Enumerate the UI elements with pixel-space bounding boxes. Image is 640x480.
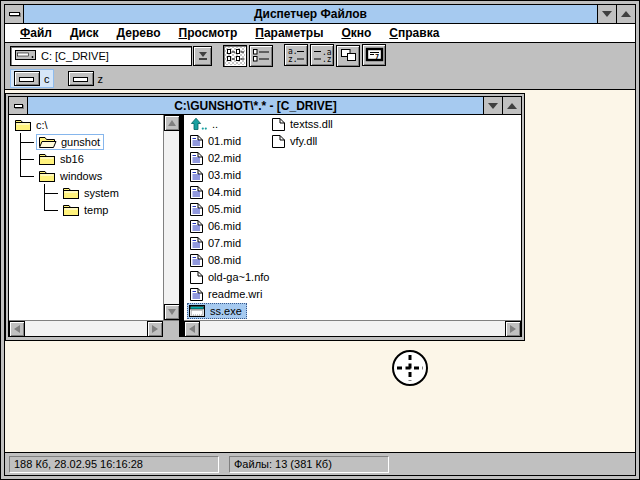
doc-lines-icon	[189, 287, 204, 302]
arrow-up-icon	[168, 120, 176, 126]
minimize-icon	[488, 103, 498, 109]
tree-vertical-scrollbar[interactable]	[163, 115, 179, 320]
file-item-04.mid[interactable]: 04.mid	[187, 184, 246, 200]
toolbar-button-sort-by-type[interactable]: .a.z	[310, 44, 334, 66]
menu-item-файл[interactable]: Файл	[11, 26, 61, 40]
files-horizontal-scrollbar[interactable]	[184, 320, 521, 336]
doc-lines-icon	[189, 185, 204, 200]
scroll-up-button[interactable]	[164, 115, 180, 131]
drive-selector-dropdown-button[interactable]	[193, 46, 212, 66]
maximize-icon	[507, 103, 517, 109]
maximize-button[interactable]	[616, 5, 635, 23]
tree-item-system[interactable]: system	[60, 185, 123, 201]
app-icon	[189, 304, 206, 318]
arrow-down-icon	[168, 309, 176, 315]
directory-system-menu-button[interactable]	[9, 97, 28, 114]
scroll-left-button[interactable]	[184, 321, 200, 337]
menu-item-справка[interactable]: Справка	[380, 26, 448, 40]
minimize-icon	[602, 11, 612, 17]
arrow-right-icon	[510, 325, 516, 333]
toolbar-button-view-details[interactable]	[249, 45, 273, 67]
drive-selector[interactable]: C: [C_DRIVE]	[10, 46, 192, 66]
tree-item-label: temp	[84, 204, 108, 216]
file-item-label: 05.mid	[208, 203, 241, 215]
scrollbar-corner	[163, 321, 179, 337]
directory-minimize-button[interactable]	[483, 97, 502, 114]
file-list-pane: ..01.mid02.mid03.mid04.mid05.mid06.mid07…	[184, 115, 521, 336]
scrollbar-track[interactable]	[164, 131, 179, 304]
file-item-07.mid[interactable]: 07.mid	[187, 235, 246, 251]
dropdown-underline	[199, 58, 207, 60]
directory-tree: c:\gunshotsb16windowssystemtemp	[9, 115, 163, 320]
chevron-down-icon	[199, 52, 207, 57]
tree-item-gunshot[interactable]: gunshot	[36, 134, 104, 150]
file-item-oldga1.nfo[interactable]: old-ga~1.nfo	[187, 269, 274, 285]
arrow-left-icon	[14, 325, 20, 333]
file-item-vfy.dll[interactable]: vfy.dll	[269, 133, 322, 149]
file-item-06.mid[interactable]: 06.mid	[187, 218, 246, 234]
doc-lines-icon	[189, 134, 204, 149]
folder-closed-icon	[62, 203, 80, 217]
drive-selector-value: C: [C_DRIVE]	[41, 50, 109, 62]
scrollbar-track[interactable]	[25, 321, 147, 336]
file-item-01.mid[interactable]: 01.mid	[187, 133, 246, 149]
file-item-label: ss.exe	[210, 305, 242, 317]
toolbar-button-copy[interactable]	[336, 45, 360, 67]
doc-lines-icon	[189, 219, 204, 234]
toolbar-button-sort-by-name[interactable]: a.z.	[284, 44, 308, 66]
toolbar-button-view-names[interactable]	[223, 45, 247, 67]
minimize-button[interactable]	[597, 5, 616, 23]
directory-maximize-button[interactable]	[502, 97, 521, 114]
menu-item-просмотр[interactable]: Просмотр	[170, 26, 247, 40]
system-menu-button[interactable]	[5, 5, 24, 23]
tree-item-label: gunshot	[61, 136, 100, 148]
window-frame: Диспетчер Файлов ФайлДискДеревоПросмотрП…	[4, 4, 636, 476]
workspace: C:\GUNSHOT\*.* - [C_DRIVE] c:\gunshotsb1…	[5, 90, 635, 452]
tree-item-sb16[interactable]: sb16	[36, 151, 88, 167]
tree-connector	[20, 142, 34, 143]
scrollbar-track[interactable]	[200, 321, 505, 336]
scroll-right-button[interactable]	[505, 321, 521, 337]
file-item-textss.dll[interactable]: textss.dll	[269, 116, 338, 132]
tree-item-temp[interactable]: temp	[60, 202, 112, 218]
file-item-label: 08.mid	[208, 254, 241, 266]
scroll-left-button[interactable]	[9, 321, 25, 337]
doc-lines-icon	[189, 202, 204, 217]
drive-bar: cz	[5, 68, 635, 90]
svg-text:z.: z.	[288, 54, 298, 62]
file-item-readme.wri[interactable]: readme.wri	[187, 286, 267, 302]
file-item-label: 04.mid	[208, 186, 241, 198]
menu-item-параметры[interactable]: Параметры	[246, 26, 332, 40]
scroll-right-button[interactable]	[147, 321, 163, 337]
file-item-05.mid[interactable]: 05.mid	[187, 201, 246, 217]
file-item-label: 03.mid	[208, 169, 241, 181]
toolbar-button-organizer[interactable]: 7	[362, 44, 386, 66]
tree-item-windows[interactable]: windows	[36, 168, 106, 184]
file-list: ..01.mid02.mid03.mid04.mid05.mid06.mid07…	[184, 115, 521, 320]
drive-button-c[interactable]: c	[10, 69, 54, 88]
arrow-left-icon	[189, 325, 195, 333]
file-item-02.mid[interactable]: 02.mid	[187, 150, 246, 166]
drive-label: c	[44, 73, 50, 85]
file-item-08.mid[interactable]: 08.mid	[187, 252, 246, 268]
menu-bar: ФайлДискДеревоПросмотрПараметрыОкноСправ…	[5, 24, 635, 43]
scroll-down-button[interactable]	[164, 304, 180, 320]
directory-window: C:\GUNSHOT\*.* - [C_DRIVE] c:\gunshotsb1…	[5, 93, 525, 341]
file-item-03.mid[interactable]: 03.mid	[187, 167, 246, 183]
drive-icon	[14, 71, 40, 86]
sort-za-icon: .a.z	[313, 47, 332, 64]
drive-button-z[interactable]: z	[64, 69, 108, 88]
menu-item-диск[interactable]: Диск	[61, 26, 108, 40]
file-item-ss.exe[interactable]: ss.exe	[187, 303, 247, 319]
doc-blank-icon	[271, 134, 286, 149]
menu-item-окно[interactable]: Окно	[332, 26, 380, 40]
tree-horizontal-scrollbar[interactable]	[9, 320, 179, 336]
folder-open-icon	[38, 135, 57, 149]
menu-item-дерево[interactable]: Дерево	[108, 26, 170, 40]
file-item-..[interactable]: ..	[187, 116, 223, 132]
status-selection-info: 188 Кб, 28.02.95 16:16:28	[9, 456, 219, 473]
tree-item-c[interactable]: c:\	[12, 117, 52, 133]
sort-az-icon: a.z.	[287, 47, 306, 64]
organizer-icon: 7	[365, 47, 384, 64]
doc-blank-icon	[189, 270, 204, 285]
